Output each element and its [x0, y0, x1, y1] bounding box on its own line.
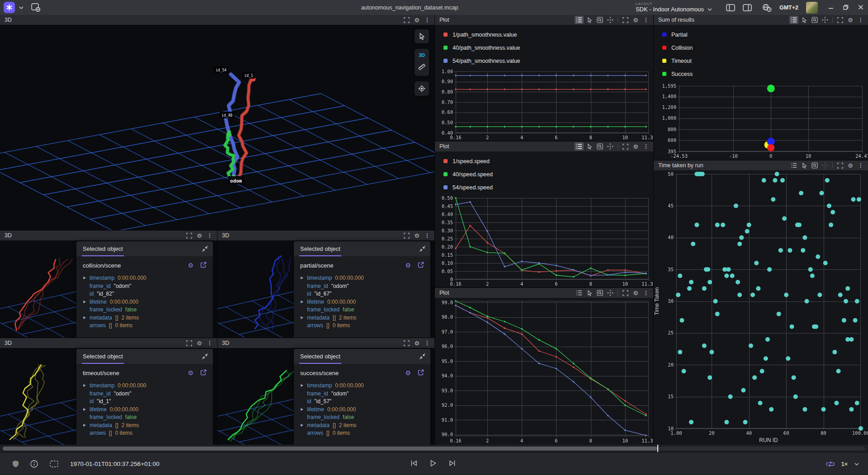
object-field-row[interactable]: ▶metadata[]2 items	[83, 422, 208, 430]
pan-icon[interactable]	[606, 289, 615, 297]
expand-arrow-icon[interactable]: ▶	[301, 408, 303, 411]
expand-arrow-icon[interactable]: ▶	[83, 408, 86, 411]
collapse-icon[interactable]	[202, 245, 208, 252]
line-chart[interactable]	[435, 195, 653, 288]
object-field-row[interactable]: ▶lifetime0:00:00.000	[300, 298, 426, 306]
kebab-icon[interactable]: ⋮	[423, 231, 432, 240]
selected-object-tab[interactable]: Selected object	[83, 353, 123, 360]
app-logo[interactable]	[4, 2, 15, 13]
collapse-icon[interactable]	[419, 353, 426, 360]
skip-back-icon[interactable]	[410, 460, 418, 469]
avatar[interactable]	[806, 2, 818, 14]
object-field-row[interactable]: ▶timestamp0:00:00.000	[83, 274, 208, 282]
legend-icon[interactable]	[575, 16, 584, 24]
minimize-icon[interactable]	[828, 4, 834, 12]
info-icon[interactable]	[30, 460, 38, 468]
gear-icon[interactable]: ⚙	[405, 262, 411, 269]
kebab-icon[interactable]: ⋮	[423, 16, 432, 24]
loop-icon[interactable]	[826, 461, 835, 467]
selected-object-tab[interactable]: Selected object	[300, 353, 340, 360]
focus-camera-button[interactable]	[415, 81, 429, 96]
fullscreen-icon[interactable]	[402, 16, 411, 24]
legend-icon[interactable]	[789, 161, 798, 169]
cursor-icon[interactable]	[800, 161, 809, 169]
legend-item[interactable]: Success	[654, 67, 868, 80]
zoom-box-icon[interactable]	[595, 289, 604, 297]
timezone-label[interactable]: GMT+2	[779, 5, 798, 11]
fullscreen-icon[interactable]	[621, 16, 630, 24]
legend-item[interactable]: 54/path_smoothness.value	[435, 54, 653, 67]
kebab-icon[interactable]: ⋮	[423, 339, 432, 347]
settings-icon[interactable]: ⚙	[412, 231, 421, 240]
line-chart[interactable]	[435, 298, 653, 445]
settings-icon[interactable]: ⚙	[412, 16, 421, 24]
expand-arrow-icon[interactable]: ▶	[83, 423, 86, 427]
object-field-row[interactable]: ▶lifetime0:00:00.000	[83, 406, 208, 414]
fullscreen-icon[interactable]	[184, 339, 193, 347]
globe-clock-icon[interactable]	[762, 4, 772, 12]
expand-arrow-icon[interactable]: ▶	[83, 316, 86, 320]
gear-icon[interactable]: ⚙	[188, 370, 193, 376]
kebab-icon[interactable]: ⋮	[642, 289, 651, 297]
zoom-box-icon[interactable]	[595, 142, 604, 150]
legend-item[interactable]: 1/path_smoothness.value	[435, 28, 653, 41]
ruler-icon[interactable]	[418, 63, 425, 72]
selection-range-icon[interactable]	[50, 461, 58, 467]
legend-item[interactable]: Timeout	[654, 54, 868, 67]
object-field-row[interactable]: ▶metadata[]2 items	[300, 314, 426, 322]
settings-icon[interactable]: ⚙	[846, 16, 855, 24]
collapse-icon[interactable]	[419, 245, 426, 252]
settings-icon[interactable]: ⚙	[631, 289, 640, 297]
open-in-new-icon[interactable]	[200, 369, 207, 377]
right-sidebar-icon[interactable]	[743, 4, 752, 11]
open-in-new-icon[interactable]	[418, 262, 424, 269]
cursor-icon[interactable]	[585, 289, 594, 297]
legend-icon[interactable]	[575, 289, 584, 297]
pan-icon[interactable]	[606, 142, 615, 150]
collapse-icon[interactable]	[202, 353, 208, 360]
object-field-row[interactable]: ▶lifetime0:00:00.000	[300, 406, 426, 414]
fullscreen-icon[interactable]	[621, 142, 630, 150]
timeline-scrubber[interactable]	[0, 445, 868, 452]
fullscreen-icon[interactable]	[835, 16, 844, 24]
open-in-new-icon[interactable]	[200, 262, 207, 269]
kebab-icon[interactable]: ⋮	[205, 231, 214, 240]
scatter-chart[interactable]	[654, 81, 868, 160]
restore-icon[interactable]	[843, 4, 849, 12]
3d-mode-button[interactable]: 3D	[419, 52, 425, 58]
close-icon[interactable]	[858, 4, 863, 12]
shield-icon[interactable]	[13, 461, 19, 467]
zoom-box-icon[interactable]	[595, 16, 604, 24]
fullscreen-icon[interactable]	[621, 289, 630, 297]
settings-icon[interactable]: ⚙	[631, 16, 640, 24]
expand-arrow-icon[interactable]: ▶	[301, 300, 303, 304]
kebab-icon[interactable]: ⋮	[205, 339, 214, 347]
object-field-row[interactable]: ▶timestamp0:00:00.000	[83, 382, 208, 390]
legend-item[interactable]: 40/speed.speed	[435, 168, 653, 181]
legend-item[interactable]: 1/speed.speed	[435, 155, 653, 168]
expand-arrow-icon[interactable]: ▶	[301, 316, 303, 320]
fullscreen-icon[interactable]	[402, 231, 411, 240]
cursor-icon[interactable]	[585, 16, 594, 24]
cursor-icon[interactable]	[585, 142, 594, 150]
skip-forward-icon[interactable]	[449, 460, 456, 469]
open-in-new-icon[interactable]	[418, 369, 424, 377]
settings-icon[interactable]: ⚙	[631, 142, 640, 150]
legend-item[interactable]: 54/speed.speed	[435, 181, 653, 194]
zoom-box-icon[interactable]	[810, 16, 819, 24]
gear-icon[interactable]: ⚙	[405, 370, 411, 376]
play-icon[interactable]	[430, 460, 437, 469]
playback-speed[interactable]: 1×	[841, 461, 848, 467]
settings-icon[interactable]: ⚙	[846, 161, 855, 169]
selected-object-tab[interactable]: Selected object	[83, 245, 123, 252]
object-field-row[interactable]: ▶timestamp0:00:00.000	[300, 382, 426, 390]
selected-object-tab[interactable]: Selected object	[300, 245, 340, 252]
legend-item[interactable]: Partial	[654, 28, 868, 41]
fullscreen-icon[interactable]	[402, 339, 411, 347]
scatter-chart[interactable]	[654, 170, 868, 445]
legend-icon[interactable]	[575, 142, 584, 150]
expand-arrow-icon[interactable]: ▶	[83, 384, 86, 387]
legend-item[interactable]: 40/path_smoothness.value	[435, 41, 653, 54]
view-mode-button-group[interactable]: 3D	[415, 49, 429, 76]
legend-item[interactable]: Collision	[654, 41, 868, 54]
